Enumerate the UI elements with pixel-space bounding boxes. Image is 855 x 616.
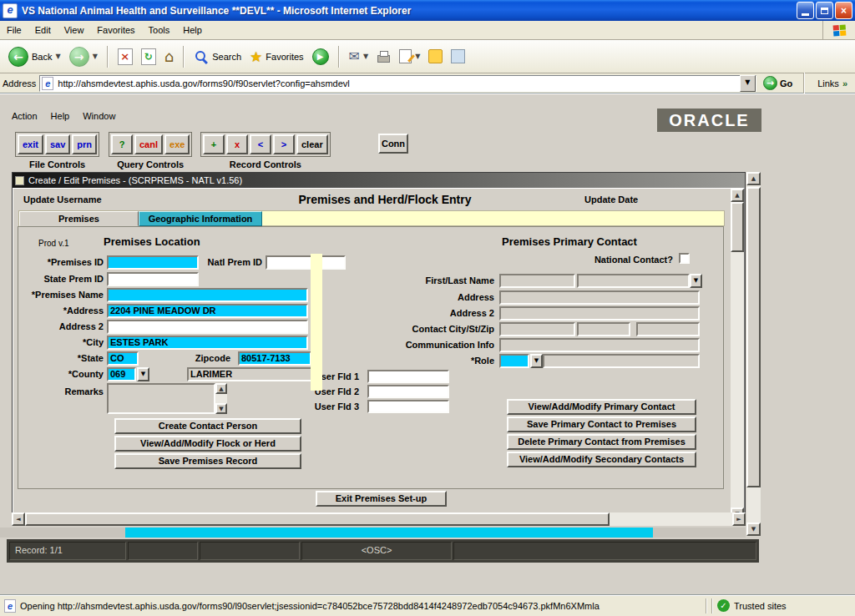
view-add-modify-secondary-contacts-button[interactable]: View/Add/Modify Secondary Contacts [507, 452, 696, 467]
save-primary-contact-button[interactable]: Save Primary Contact to Premises [507, 417, 696, 432]
contact-zip-field[interactable] [636, 322, 700, 336]
scroll-down-icon[interactable]: ▼ [215, 403, 227, 414]
user-fld2-field[interactable] [367, 385, 449, 398]
exit-button[interactable]: exit [18, 134, 43, 154]
county-dropdown-button[interactable]: ▼ [137, 367, 149, 381]
scroll-up-icon[interactable]: ▲ [746, 172, 761, 185]
user-fld1-field[interactable] [367, 370, 449, 383]
address-dropdown-button[interactable]: ▼ [740, 75, 756, 92]
contact-city-field[interactable] [499, 322, 575, 336]
media-button[interactable]: ▶ [309, 46, 332, 68]
state-prem-id-field[interactable] [107, 272, 199, 286]
home-button[interactable]: ⌂ [161, 45, 177, 68]
address-field[interactable]: e ▼ [39, 75, 756, 92]
print-form-button[interactable]: prn [72, 134, 97, 154]
cancel-query-button[interactable]: canl [134, 134, 163, 154]
edit-dropdown-icon[interactable]: ▼ [415, 53, 420, 60]
execute-query-button[interactable]: exe [164, 134, 190, 154]
messenger-button[interactable] [425, 47, 446, 66]
remarks-scrollbar[interactable]: ▲ ▼ [215, 383, 227, 414]
address-input[interactable] [56, 76, 740, 91]
back-dropdown-icon[interactable]: ▼ [55, 53, 60, 60]
edit-button[interactable]: ▼ [396, 47, 423, 66]
scroll-down-icon[interactable]: ▼ [746, 523, 761, 536]
contact-address2-field[interactable] [499, 306, 700, 321]
mail-dropdown-icon[interactable]: ▼ [363, 53, 368, 60]
oracle-menu-help[interactable]: Help [51, 111, 70, 121]
premises-name-field[interactable] [107, 288, 308, 302]
oracle-menu-window[interactable]: Window [83, 111, 115, 121]
name-dropdown-button[interactable]: ▼ [690, 274, 702, 288]
refresh-button[interactable]: ↻ [138, 46, 159, 68]
scroll-up-icon[interactable]: ▲ [731, 189, 744, 202]
go-button[interactable]: → Go [760, 76, 796, 90]
create-contact-person-button[interactable]: Create Contact Person [114, 418, 301, 434]
county-field[interactable]: 069 [107, 367, 136, 381]
tab-geographic-information[interactable]: Geographic Information [139, 211, 262, 226]
scroll-left-icon[interactable]: ◄ [12, 512, 25, 526]
scrollbar-thumb[interactable] [746, 187, 761, 487]
forward-dropdown-icon[interactable]: ▼ [93, 53, 98, 60]
favorites-button[interactable]: ★ Favorites [246, 46, 307, 68]
remarks-field[interactable] [107, 383, 215, 414]
clear-record-button[interactable]: clear [296, 134, 328, 154]
exit-premises-setup-button[interactable]: Exit Premises Set-up [316, 491, 447, 507]
links-button[interactable]: Links » [812, 78, 852, 88]
stop-button[interactable]: × [114, 46, 136, 68]
save-premises-record-button[interactable]: Save Premises Record [114, 453, 301, 469]
national-contact-checkbox[interactable] [679, 253, 690, 264]
role-dropdown-button[interactable]: ▼ [530, 354, 543, 368]
app-vertical-scrollbar[interactable]: ▲ ▼ [746, 172, 761, 536]
search-button[interactable]: Search [190, 47, 245, 67]
delete-primary-contact-button[interactable]: Delete Primary Contact from Premises [507, 434, 696, 450]
tab-premises[interactable]: Premises [19, 211, 139, 226]
cyan-scrollbar-thumb[interactable] [125, 528, 653, 538]
address-field[interactable]: 2204 PINE MEADOW DR [107, 304, 308, 318]
close-button[interactable]: × [835, 2, 852, 19]
role-field[interactable] [499, 354, 529, 368]
mail-button[interactable]: ✉ ▼ [346, 46, 372, 67]
view-add-modify-flock-herd-button[interactable]: View/Add/Modify Flock or Herd [114, 436, 301, 452]
natl-prem-id-field[interactable] [266, 255, 346, 270]
scroll-up-icon[interactable]: ▲ [215, 383, 227, 394]
add-record-button[interactable]: + [203, 134, 225, 154]
delete-record-button[interactable]: x [226, 134, 248, 154]
enter-query-button[interactable]: ? [111, 134, 133, 154]
back-button[interactable]: ← Back ▼ [5, 44, 64, 69]
menu-file[interactable]: File [0, 22, 28, 38]
user-fld3-field[interactable] [367, 400, 449, 413]
communication-info-field[interactable] [499, 338, 700, 352]
previous-record-button[interactable]: < [250, 134, 271, 154]
discuss-button[interactable] [448, 47, 468, 66]
state-field[interactable]: CO [107, 351, 139, 366]
scroll-right-icon[interactable]: ► [732, 512, 746, 526]
conn-button[interactable]: Conn [378, 134, 408, 154]
view-add-modify-primary-contact-button[interactable]: View/Add/Modify Primary Contact [507, 399, 696, 415]
form-vertical-scrollbar[interactable]: ▲ ▼ [731, 189, 744, 521]
cyan-scrollbar-track[interactable] [0, 528, 746, 538]
scrollbar-thumb[interactable] [731, 202, 744, 252]
minimize-button[interactable] [797, 2, 814, 19]
save-button[interactable]: sav [45, 134, 70, 154]
scrollbar-thumb[interactable] [25, 512, 610, 526]
address2-field[interactable] [107, 320, 308, 334]
first-name-field[interactable] [499, 274, 575, 288]
last-name-field[interactable] [577, 274, 690, 288]
forward-button[interactable]: → ▼ [66, 44, 101, 69]
form-titlebar[interactable]: Create / Edit Premises - (SCRPREMS - NAT… [13, 173, 745, 188]
premises-id-field[interactable] [107, 255, 199, 270]
menu-view[interactable]: View [58, 22, 91, 38]
city-field[interactable]: ESTES PARK [107, 336, 308, 350]
zipcode-field[interactable]: 80517-7133 [238, 351, 311, 366]
menu-favorites[interactable]: Favorites [90, 22, 141, 38]
next-record-button[interactable]: > [273, 134, 295, 154]
menu-tools[interactable]: Tools [142, 22, 177, 38]
print-button[interactable] [373, 48, 394, 65]
oracle-menu-action[interactable]: Action [12, 111, 38, 121]
app-horizontal-scrollbar[interactable]: ◄ ► [12, 512, 746, 526]
contact-address-field[interactable] [499, 290, 700, 305]
contact-st-field[interactable] [577, 322, 630, 336]
maximize-button[interactable] [816, 2, 833, 19]
menu-help[interactable]: Help [176, 22, 209, 38]
menu-edit[interactable]: Edit [28, 22, 58, 38]
